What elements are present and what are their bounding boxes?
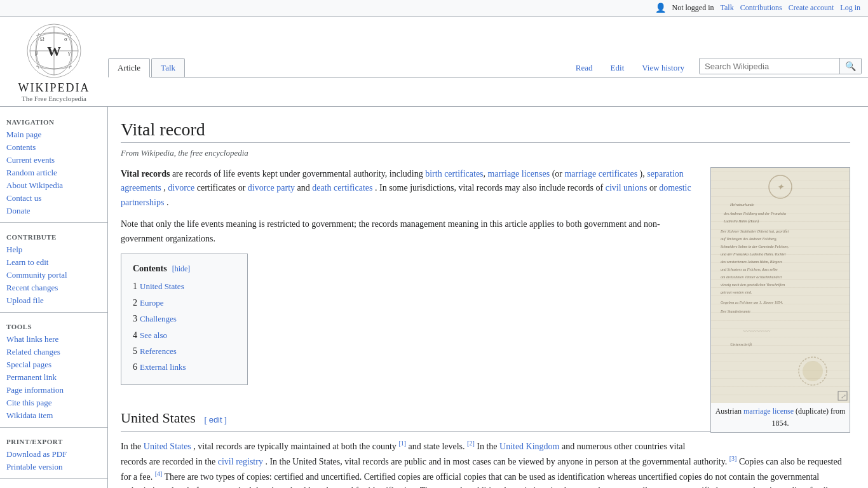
ref-1: [1] — [398, 440, 406, 447]
sidebar-contents[interactable]: Contents — [0, 141, 107, 154]
uk-link[interactable]: United Kingdom — [499, 442, 560, 451]
us-para-5: . In the United States, vital records ar… — [265, 457, 727, 466]
us-para-7: There are two types of copies: certified… — [121, 472, 842, 488]
sidebar-random-article[interactable]: Random article — [0, 166, 107, 179]
or-text: (or — [552, 169, 565, 179]
civil-registry-link[interactable]: civil registry — [218, 457, 263, 466]
civil-unions-link[interactable]: civil unions — [606, 183, 648, 193]
contents-link[interactable]: United States — [140, 281, 184, 291]
sidebar-about-wikipedia[interactable]: About Wikipedia — [0, 179, 107, 192]
marriage-licenses-link[interactable]: marriage licenses — [488, 169, 550, 179]
sidebar-what-links-here[interactable]: What links here — [0, 333, 107, 346]
sidebar-divider-2 — [0, 312, 107, 313]
tab-article[interactable]: Article — [108, 58, 150, 78]
contents-link[interactable]: Europe — [140, 298, 164, 308]
tab-talk[interactable]: Talk — [151, 58, 185, 77]
search-button[interactable]: 🔍 — [839, 58, 861, 74]
us-para-1: , vital records are typically maintained… — [193, 442, 397, 451]
article-body: ✦ Heiratsurkunde des Andreas Feldberg un… — [121, 167, 850, 488]
us-edit-link[interactable]: [ edit ] — [204, 415, 226, 424]
text1: certificates or — [197, 183, 248, 193]
us-paragraph: In the United States , vital records are… — [121, 438, 850, 488]
contents-num: 2 — [133, 298, 137, 308]
sidebar-current-events[interactable]: Current events — [0, 154, 107, 166]
contents-link[interactable]: See also — [140, 330, 167, 340]
ref-1-link[interactable]: [1] — [398, 440, 406, 447]
sidebar-help[interactable]: Help — [0, 243, 107, 256]
sidebar-divider-4 — [0, 478, 107, 479]
ref-3-link[interactable]: [3] — [729, 455, 737, 462]
contents-link[interactable]: Challenges — [140, 314, 177, 323]
log-in-link[interactable]: Log in — [840, 3, 860, 13]
divorce-link[interactable]: divorce — [168, 183, 194, 193]
create-account-link[interactable]: Create account — [789, 3, 834, 13]
comma1: , — [484, 169, 488, 179]
sidebar-wikidata-item[interactable]: Wikidata item — [0, 409, 107, 422]
svg-text:des Andreas Feldberg und der F: des Andreas Feldberg und der Franziska — [724, 212, 786, 215]
us-para-2: and state levels. — [409, 442, 465, 451]
contents-link[interactable]: External links — [140, 362, 186, 372]
search-box-area: 🔍 — [699, 58, 862, 74]
intro-text: are records of life events kept under go… — [172, 169, 425, 179]
other-projects-title: In other projects — [0, 484, 107, 488]
sidebar-learn-to-edit[interactable]: Learn to edit — [0, 256, 107, 269]
birth-certificates-link[interactable]: birth certificates — [425, 169, 483, 179]
sidebar-download-pdf[interactable]: Download as PDF — [0, 448, 107, 461]
svg-text:Ω: Ω — [40, 36, 44, 42]
sidebar-community-portal[interactable]: Community portal — [0, 269, 107, 281]
tab-view-history[interactable]: View history — [634, 58, 693, 77]
contents-item: 3Challenges — [133, 312, 236, 326]
ref-4: [4] — [155, 470, 163, 477]
sidebar-recent-changes[interactable]: Recent changes — [0, 281, 107, 294]
contents-item: 1United States — [133, 280, 236, 294]
or2: or — [649, 183, 659, 193]
sidebar-printable-version[interactable]: Printable version — [0, 461, 107, 473]
svg-text:Gegeben zu Felchow am 1. Jänne: Gegeben zu Felchow am 1. Jänner 1854. — [721, 301, 783, 304]
period: . — [166, 198, 169, 207]
sidebar-page-information[interactable]: Page information — [0, 384, 107, 396]
print-title: Print/export — [0, 433, 107, 448]
marriage-license-link[interactable]: marriage license — [743, 407, 794, 416]
contents-box: Contents [hide] 1United States2Europe3Ch… — [121, 254, 248, 385]
svg-text:W: W — [47, 43, 61, 59]
contribute-title: Contribute — [0, 228, 107, 243]
sidebar-upload-file[interactable]: Upload file — [0, 294, 107, 307]
sidebar-divider-3 — [0, 427, 107, 428]
contents-hide-button[interactable]: [hide] — [172, 263, 191, 275]
marriage-certificates-link[interactable]: marriage certificates — [564, 169, 637, 179]
right-tabs: Read Edit View history 🔍 — [567, 58, 868, 77]
tab-read[interactable]: Read — [567, 58, 601, 77]
tab-edit[interactable]: Edit — [602, 58, 633, 77]
svg-point-29 — [799, 357, 827, 385]
sidebar: Navigation Main page Contents Current ev… — [0, 107, 108, 488]
death-certificates-link[interactable]: death certificates — [312, 183, 372, 193]
us-para-pre: In the — [121, 442, 144, 451]
sidebar-contact-us[interactable]: Contact us — [0, 192, 107, 205]
and-text: and — [297, 183, 313, 193]
sidebar-special-pages[interactable]: Special pages — [0, 358, 107, 371]
main-content: Vital record From Wikipedia, the free en… — [108, 107, 868, 488]
sidebar-related-changes[interactable]: Related changes — [0, 346, 107, 358]
nav-tabs-area: Article Talk Read Edit View history 🔍 — [108, 45, 868, 78]
us-link[interactable]: United States — [144, 442, 191, 451]
wikipedia-logo: W Ω α β γ — [26, 23, 82, 79]
text2: . In some jurisdictions, vital records m… — [375, 183, 606, 193]
sidebar-cite-this-page[interactable]: Cite this page — [0, 396, 107, 409]
svg-text:am dreizehnten Jänner achtzehn: am dreizehnten Jänner achtzehnhundert — [721, 275, 782, 279]
ref-4-link[interactable]: [4] — [155, 470, 163, 477]
logo-area: W Ω α β γ Wikipedia The Free Encyclopedi… — [0, 17, 108, 106]
not-logged-in-text: Not logged in — [672, 3, 714, 13]
sidebar-donate[interactable]: Donate — [0, 205, 107, 217]
ref-2: [2] — [467, 440, 475, 447]
sidebar-main-page[interactable]: Main page — [0, 128, 107, 141]
ref-2-link[interactable]: [2] — [467, 440, 475, 447]
search-input[interactable] — [700, 59, 839, 74]
talk-link[interactable]: Talk — [721, 3, 734, 13]
sidebar-permanent-link[interactable]: Permanent link — [0, 371, 107, 384]
divorce-party-link[interactable]: divorce party — [248, 183, 295, 193]
svg-text:⤢: ⤢ — [841, 393, 846, 400]
svg-rect-10 — [711, 168, 850, 403]
contributions-link[interactable]: Contributions — [740, 3, 782, 13]
tools-title: Tools — [0, 318, 107, 333]
contents-link[interactable]: References — [140, 346, 177, 356]
